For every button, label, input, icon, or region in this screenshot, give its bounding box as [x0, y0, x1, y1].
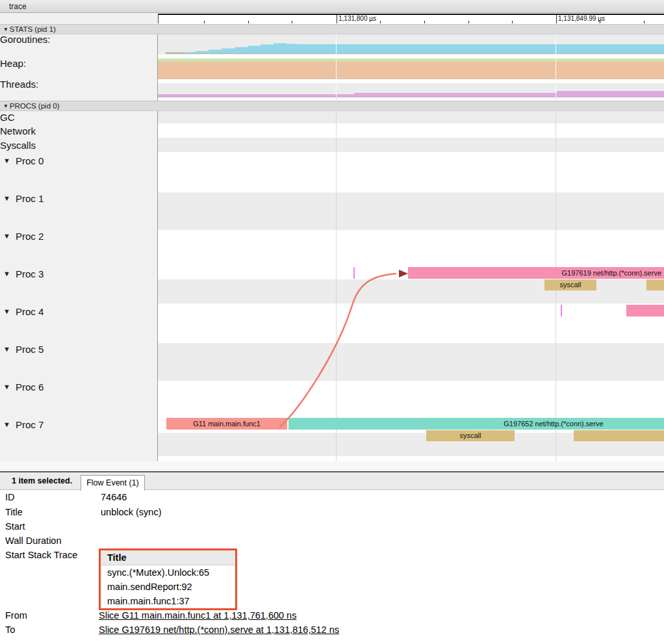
minor-tick — [644, 21, 645, 23]
track-label-network: Network — [0, 125, 36, 136]
field-value-id: 74646 — [101, 492, 127, 502]
collapse-triangle-icon[interactable]: ▼ — [3, 270, 10, 277]
proc-row-label: Proc 7 — [16, 419, 44, 430]
proc-row-header-5[interactable]: ▼Proc 5 — [3, 344, 44, 355]
timeline-ruler[interactable]: 1,131,800 µs 1,131,849.99 µs — [158, 14, 664, 23]
tab-flow-event[interactable]: Flow Event (1) — [81, 475, 145, 491]
minor-tick — [512, 21, 513, 23]
proc5-track[interactable] — [158, 343, 664, 381]
slice-syscall-proc7[interactable]: syscall — [426, 430, 515, 441]
collapse-triangle-icon[interactable]: ▼ — [3, 232, 10, 240]
field-label-to: To — [5, 625, 15, 635]
track-label-gc: GC — [0, 112, 15, 123]
collapse-triangle-icon[interactable]: ▾ — [5, 102, 8, 109]
slice-g11-main-func1[interactable]: G11 main.main.func1 — [166, 418, 287, 430]
instant-event-tick[interactable] — [353, 267, 355, 279]
threads-series-segment[interactable] — [557, 91, 664, 97]
proc-row-header-1[interactable]: ▼Proc 1 — [3, 193, 44, 204]
slice-syscall-proc3-clipped[interactable] — [646, 279, 664, 290]
proc-row-label: Proc 2 — [16, 231, 44, 242]
threads-series-segment[interactable] — [354, 93, 557, 98]
slice-g197652-serve[interactable]: G197652 net/http.(*conn).serve — [288, 418, 664, 430]
slice-label: syscall — [459, 431, 481, 439]
slice-syscall-proc3[interactable]: syscall — [544, 279, 596, 290]
slice-label: G197652 net/http.(*conn).serve — [504, 418, 603, 430]
procs-section-header[interactable]: ▾PROCS (pid 0) — [0, 101, 664, 111]
threads-series-segment[interactable] — [158, 94, 354, 98]
collapse-triangle-icon[interactable]: ▼ — [3, 194, 10, 202]
field-label-from: From — [5, 610, 27, 621]
instant-event-tick[interactable] — [561, 305, 562, 316]
proc-row-label: Proc 6 — [16, 381, 44, 393]
collapse-triangle-icon[interactable]: ▼ — [3, 383, 10, 391]
collapse-triangle-icon[interactable]: ▼ — [3, 420, 10, 428]
proc-row-header-0[interactable]: ▼Proc 0 — [3, 155, 44, 166]
track-label-heap: Heap: — [0, 58, 26, 69]
from-slice-link[interactable]: Slice G11 main.main.func1 at 1,131,761,6… — [99, 610, 296, 621]
minor-tick — [424, 21, 425, 23]
minor-tick — [248, 21, 249, 23]
track-label-goroutines: Goroutines: — [0, 34, 51, 45]
slice-pink-proc4-clipped[interactable] — [626, 305, 664, 316]
slice-syscall-proc7-clipped[interactable] — [574, 430, 664, 441]
syscalls-track[interactable] — [158, 138, 664, 152]
ruler-corner — [0, 13, 158, 24]
selection-status: 1 item selected. — [12, 476, 72, 485]
proc-row-header-6[interactable]: ▼Proc 6 — [3, 381, 44, 393]
gridline — [336, 34, 337, 97]
proc-row-header-3[interactable]: ▼Proc 3 — [3, 268, 44, 279]
ruler-timestamp: 1,131,849.99 µs — [556, 15, 605, 22]
proc-row-header-4[interactable]: ▼Proc 4 — [3, 306, 44, 317]
to-slice-link[interactable]: Slice G197619 net/http.(*conn).serve at … — [99, 625, 339, 635]
stats-section-header[interactable]: ▾STATS (pid 1) — [0, 24, 664, 34]
proc-row-label: Proc 5 — [16, 344, 44, 355]
field-label-start: Start — [5, 521, 25, 532]
goroutines-area-chart[interactable] — [158, 34, 664, 55]
track-label-syscalls: Syscalls — [0, 140, 36, 151]
minor-tick — [380, 21, 381, 23]
flow-arrowhead-icon — [399, 270, 408, 277]
stack-trace-table: Title sync.(*Mutex).Unlock:65 main.sendR… — [99, 548, 237, 610]
window-titlebar: trace — [0, 0, 664, 13]
collapse-triangle-icon[interactable]: ▼ — [3, 307, 10, 315]
gridline — [555, 34, 556, 97]
ruler-timestamp: 1,131,800 µs — [337, 15, 376, 22]
field-label-wall-duration: Wall Duration — [5, 535, 62, 546]
stack-frame: main.sendReport:92 — [101, 580, 235, 594]
trace-viewer-window: trace 1,131,800 µs 1,131,849.99 µs ▾STAT… — [0, 0, 664, 644]
minor-tick — [204, 21, 205, 23]
field-label-title: Title — [5, 507, 23, 517]
slice-label: G11 main.main.func1 — [193, 420, 261, 428]
stats-header-label: STATS (pid 1) — [10, 25, 56, 33]
stack-frame: sync.(*Mutex).Unlock:65 — [101, 565, 235, 580]
stack-trace-header: Title — [101, 550, 235, 565]
goroutines-blue-series — [170, 44, 664, 54]
minor-tick — [468, 21, 469, 23]
collapse-triangle-icon[interactable]: ▾ — [5, 25, 8, 32]
slice-g197619-serve[interactable]: G197619 net/http.(*conn).serve — [408, 267, 664, 279]
window-title: trace — [9, 2, 27, 11]
proc-row-header-2[interactable]: ▼Proc 2 — [3, 231, 44, 242]
collapse-triangle-icon[interactable]: ▼ — [3, 157, 10, 164]
stack-frame: main.main.func1:37 — [101, 594, 235, 608]
heap-peach-series[interactable] — [158, 62, 664, 79]
proc-row-label: Proc 1 — [16, 193, 44, 204]
panel-divider[interactable] — [0, 461, 664, 471]
minor-tick — [600, 21, 600, 23]
minor-tick — [292, 21, 292, 23]
slice-label: G197619 net/http.(*conn).serve — [562, 269, 661, 277]
proc-row-header-7[interactable]: ▼Proc 7 — [3, 419, 44, 430]
proc1-track[interactable] — [158, 192, 664, 230]
track-label-threads: Threads: — [0, 79, 38, 90]
gc-track[interactable] — [158, 111, 664, 123]
field-label-start-stack-trace: Start Stack Trace — [5, 550, 77, 560]
proc-row-label: Proc 4 — [16, 306, 44, 317]
field-label-id: ID — [5, 492, 15, 502]
collapse-triangle-icon[interactable]: ▼ — [3, 345, 10, 353]
procs-header-label: PROCS (pid 0) — [10, 102, 60, 110]
slice-label: syscall — [559, 281, 581, 289]
proc-row-label: Proc 0 — [16, 155, 44, 166]
proc-row-label: Proc 3 — [16, 268, 44, 279]
field-value-title: unblock (sync) — [101, 507, 161, 517]
